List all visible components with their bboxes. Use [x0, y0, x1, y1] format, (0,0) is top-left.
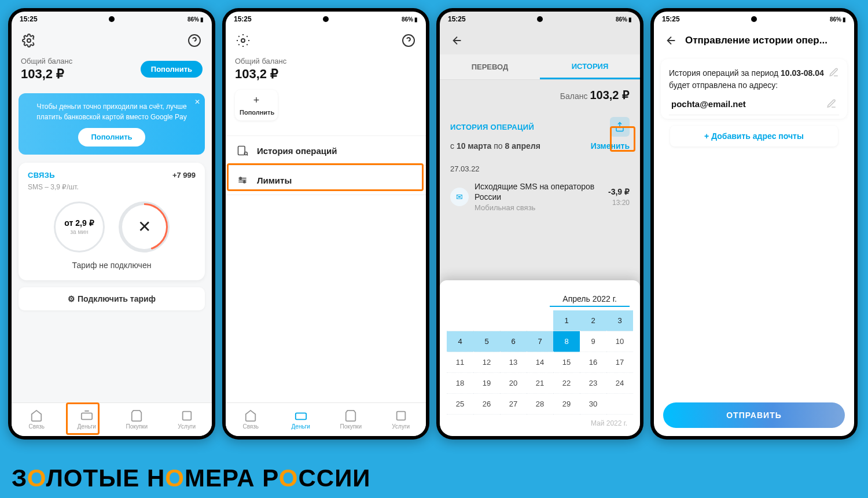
svg-point-13: [244, 181, 245, 183]
front-camera: [537, 16, 543, 22]
share-button[interactable]: [610, 117, 630, 137]
calendar-day[interactable]: 19: [473, 373, 500, 394]
calendar-day[interactable]: 21: [527, 373, 553, 394]
top-tabs: ПЕРЕВОД ИСТОРИЯ: [440, 54, 640, 80]
tab-transfer[interactable]: ПЕРЕВОД: [440, 54, 540, 79]
calendar-day[interactable]: 25: [447, 394, 473, 415]
calendar-day[interactable]: 4: [447, 331, 473, 352]
calendar-month[interactable]: Апрель 2022 г.: [550, 291, 630, 307]
svg-rect-3: [182, 412, 191, 420]
calendar-day[interactable]: 5: [473, 331, 500, 352]
watermark: ЗОЛОТЫЕ НОМЕРА РОССИИ: [12, 464, 371, 492]
calendar-day[interactable]: [527, 310, 553, 331]
svg-rect-14: [396, 412, 405, 420]
calendar-day[interactable]: 27: [500, 394, 527, 415]
calendar-day[interactable]: 7: [527, 331, 553, 352]
connection-label: СВЯЗЬ: [28, 171, 55, 180]
help-icon[interactable]: [400, 32, 417, 49]
balance-strip: Баланс 103,2 ₽: [440, 80, 640, 110]
edit-period-icon[interactable]: [829, 67, 839, 78]
settings-icon[interactable]: [235, 32, 251, 49]
add-email-button[interactable]: + Добавить адрес почты: [670, 126, 838, 147]
help-icon[interactable]: [186, 32, 203, 49]
calendar-day[interactable]: [500, 310, 527, 331]
menu-limits[interactable]: Лимиты: [226, 166, 426, 195]
promo-close-icon[interactable]: ✕: [194, 97, 200, 107]
nav-connection[interactable]: Связь: [12, 403, 62, 436]
nav-money[interactable]: Деньги: [62, 403, 112, 436]
calendar-day[interactable]: 15: [553, 352, 580, 373]
calendar-day[interactable]: 20: [500, 373, 527, 394]
sms-price: SMS – 3,9 ₽/шт.: [28, 183, 196, 191]
nav-services[interactable]: Услуги: [162, 403, 212, 436]
calendar-day[interactable]: 13: [500, 352, 527, 373]
back-icon[interactable]: [663, 32, 679, 49]
plus-icon: +: [240, 94, 273, 107]
promo-topup-button[interactable]: Пополнить: [78, 128, 145, 147]
calendar-day[interactable]: 8: [553, 331, 580, 352]
balance-value: 103,2 ₽: [235, 67, 417, 82]
calendar-day[interactable]: 24: [606, 373, 633, 394]
calendar-day[interactable]: 12: [473, 352, 500, 373]
calendar-day[interactable]: 1: [553, 310, 580, 331]
calendar-day[interactable]: 14: [527, 352, 553, 373]
front-camera: [323, 16, 329, 22]
status-time: 15:25: [20, 15, 38, 23]
nav-shopping[interactable]: Покупки: [112, 403, 162, 436]
phone-frame-1: 15:25 86% ▮ Общий баланс 103,2 ₽ Пополни…: [8, 8, 215, 440]
calendar-day[interactable]: 30: [580, 394, 606, 415]
close-circle[interactable]: ✕: [119, 202, 170, 252]
calendar-day[interactable]: 23: [580, 373, 606, 394]
calendar-day[interactable]: 9: [580, 331, 606, 352]
page-title: Отправление истории опер...: [685, 35, 845, 46]
settings-icon[interactable]: [21, 32, 37, 49]
svg-point-12: [240, 177, 241, 179]
change-range-link[interactable]: Изменить: [591, 141, 630, 151]
nav-connection[interactable]: Связь: [226, 403, 276, 436]
ops-title: ИСТОРИЯ ОПЕРАЦИЙ: [450, 123, 534, 131]
calendar-day[interactable]: 22: [553, 373, 580, 394]
date-picker-sheet: Апрель 2022 г. 1234567891011121314151617…: [440, 280, 640, 436]
calendar-day[interactable]: [447, 310, 473, 331]
phone-number: +7 999: [172, 171, 196, 180]
calendar-day[interactable]: 18: [447, 373, 473, 394]
calendar-day[interactable]: [606, 394, 633, 415]
calendar-day[interactable]: 16: [580, 352, 606, 373]
limits-icon: [236, 174, 249, 186]
status-battery: 86%: [187, 16, 199, 23]
topup-card[interactable]: + Пополнить: [235, 90, 278, 120]
svg-point-0: [27, 39, 31, 42]
calendar-day[interactable]: 28: [527, 394, 553, 415]
calendar-grid[interactable]: 1234567891011121314151617181920212223242…: [440, 307, 640, 418]
tab-history[interactable]: ИСТОРИЯ: [540, 54, 640, 79]
calendar-day[interactable]: 26: [473, 394, 500, 415]
history-date: 27.03.22: [440, 158, 640, 177]
front-camera: [751, 16, 757, 22]
calendar-day[interactable]: 6: [500, 331, 527, 352]
promo-text: Чтобы деньги точно приходили на счёт, лу…: [36, 102, 186, 121]
nav-services[interactable]: Услуги: [376, 403, 426, 436]
balance-label: Общий баланс: [235, 57, 417, 65]
edit-email-icon[interactable]: [826, 98, 837, 109]
nav-money[interactable]: Деньги: [276, 403, 326, 436]
connect-tariff-button[interactable]: ⚙ Подключить тариф: [19, 287, 205, 310]
sms-icon: ✉: [450, 188, 469, 206]
calendar-day[interactable]: 29: [553, 394, 580, 415]
operation-row[interactable]: ✉ Исходящие SMS на операторов РоссииМоби…: [440, 177, 640, 217]
menu-history[interactable]: История операций: [226, 136, 426, 166]
front-camera: [109, 16, 115, 22]
nav-shopping[interactable]: Покупки: [326, 403, 376, 436]
email-value: pochta@email.net: [671, 99, 746, 109]
calendar-day[interactable]: 17: [606, 352, 633, 373]
date-range: с 10 марта по 8 апреля Изменить: [440, 140, 640, 158]
calendar-day[interactable]: 3: [606, 310, 633, 331]
calendar-day[interactable]: 10: [606, 331, 633, 352]
next-month-hint: Май 2022 г.: [440, 418, 640, 429]
send-button[interactable]: ОТПРАВИТЬ: [663, 402, 845, 428]
svg-rect-7: [238, 147, 245, 155]
back-icon[interactable]: [449, 32, 465, 49]
calendar-day[interactable]: 2: [580, 310, 606, 331]
topup-button[interactable]: Пополнить: [141, 61, 203, 78]
calendar-day[interactable]: 11: [447, 352, 473, 373]
calendar-day[interactable]: [473, 310, 500, 331]
